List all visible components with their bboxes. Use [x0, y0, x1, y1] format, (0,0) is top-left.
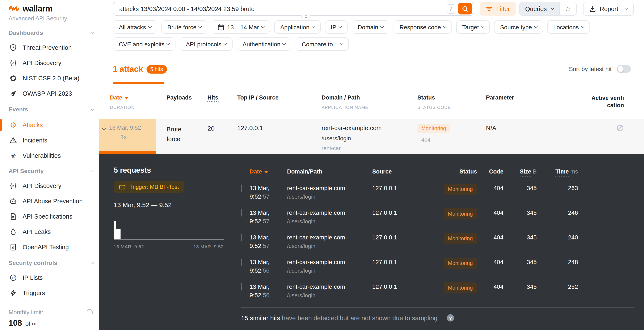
- column-subheader-status-code: STATUS CODE: [418, 105, 486, 110]
- chip-all-attacks[interactable]: All attacks: [113, 20, 157, 34]
- chip-locations[interactable]: Locations: [547, 20, 590, 34]
- attack-domain[interactable]: rent-car-example.com: [322, 125, 418, 131]
- logo[interactable]: wallarm: [8, 4, 52, 14]
- chip-target[interactable]: Target: [456, 20, 490, 34]
- chevron-expanded-icon: [102, 126, 106, 130]
- request-row[interactable]: 13 Mar,9:52:57 rent-car-example.com/user…: [241, 184, 634, 208]
- infinity-icon: ∞: [32, 320, 36, 327]
- sidebar-item-threat-prevention[interactable]: Threat Prevention: [0, 41, 99, 54]
- sidebar-item-api-abuse-prevention[interactable]: API Abuse Prevention: [0, 195, 99, 207]
- request-row[interactable]: 13 Mar,9:52:56 rent-car-example.com/user…: [241, 258, 634, 282]
- lightning-icon: [9, 289, 17, 297]
- trigger-chip[interactable]: Trigger: MB BF-Test: [114, 181, 184, 193]
- segmented-wheel-icon: [9, 74, 17, 82]
- sort-toggle[interactable]: [617, 65, 631, 73]
- attack-date-cell[interactable]: 13 Mar, 9:52 1s: [99, 119, 156, 154]
- sidebar-item-owasp-api[interactable]: OWASP API 2023: [0, 87, 99, 100]
- monthly-usage: 108 of ∞: [8, 319, 37, 328]
- sidebar-item-ip-lists[interactable]: IP IP Lists: [0, 271, 99, 284]
- chip-date-range[interactable]: 13 – 14 Mar: [212, 20, 270, 34]
- chip-api-protocols[interactable]: API protocols: [180, 37, 232, 51]
- queries-button[interactable]: Queries: [520, 2, 559, 15]
- attack-path: /users/login: [322, 135, 418, 142]
- download-icon: [590, 5, 596, 12]
- report-button[interactable]: Report: [583, 2, 634, 16]
- request-row[interactable]: 13 Mar,9:52:57 rent-car-example.com/user…: [241, 208, 634, 233]
- chevron-down-icon: [380, 25, 384, 28]
- wallarm-logo-icon: [8, 4, 20, 13]
- tab-attacks-results[interactable]: 1 attack 5 hits: [113, 65, 167, 74]
- search-icon: [462, 5, 468, 12]
- sidebar-item-nist-csf[interactable]: NIST CSF 2.0 (Beta): [0, 72, 99, 85]
- sidebar-item-vulnerabilities[interactable]: ☣ Vulnerabilities: [0, 149, 99, 162]
- sidebar-item-api-specifications[interactable]: API Specifications: [0, 210, 99, 223]
- chip-brute-force[interactable]: Brute force: [162, 20, 208, 34]
- chip-response-code[interactable]: Response code: [394, 20, 452, 34]
- column-header-payloads: Payloads: [156, 94, 208, 110]
- column-header-source: Source: [372, 168, 436, 175]
- sidebar-item-api-discovery[interactable]: API Discovery: [0, 57, 99, 69]
- attack-payload: Brute force: [156, 119, 195, 154]
- chevron-down-icon: [581, 25, 584, 28]
- sidebar-section-events[interactable]: Events: [8, 106, 94, 113]
- logo-text: wallarm: [22, 4, 52, 14]
- brand-subtitle: Advanced API Security: [8, 15, 67, 22]
- checklist-icon: [9, 243, 17, 251]
- requests-count-title: 5 requests: [114, 166, 151, 175]
- table-footer-divider: [241, 307, 634, 308]
- help-icon[interactable]: ?: [447, 314, 454, 322]
- chip-source-type[interactable]: Source type: [494, 20, 543, 34]
- sidebar-item-incidents[interactable]: Incidents: [0, 134, 99, 147]
- table-header-divider: [241, 178, 634, 178]
- biohazard-icon: ☣: [9, 152, 17, 160]
- attack-active-verification[interactable]: [616, 119, 624, 154]
- request-detail-panel: 5 requests Trigger: MB BF-Test 13 Mar, 9…: [99, 154, 644, 330]
- chevron-down-icon: [224, 42, 227, 45]
- sidebar-item-openapi-testing[interactable]: OpenAPI Testing: [0, 241, 99, 253]
- sidebar-section-dashboards[interactable]: Dashboards: [8, 29, 94, 36]
- chip-cve-exploits[interactable]: CVE and exploits: [113, 37, 176, 51]
- favorite-star-button[interactable]: ☆: [559, 2, 576, 15]
- sidebar-item-api-leaks[interactable]: API Leaks: [0, 225, 99, 238]
- request-row[interactable]: 13 Mar,9:52:56 rent-car-example.com/user…: [241, 282, 634, 307]
- chevron-down-icon: [338, 25, 342, 28]
- column-header-domain-path: Domain / Path APPLICATION NAME: [322, 94, 418, 110]
- column-header-size[interactable]: Size B: [504, 168, 537, 175]
- requests-time-range: 13 Mar, 9:52 — 9:52: [114, 201, 172, 208]
- braces-check-icon: [9, 59, 17, 67]
- sidebar-section-api-security[interactable]: API Security: [8, 167, 94, 174]
- column-header-status: Status: [436, 168, 477, 175]
- sidebar-section-security-controls[interactable]: Security controls: [8, 259, 94, 266]
- chevron-right-icon: [241, 234, 242, 241]
- main-content: / Filter Queries: [99, 0, 644, 330]
- filter-button[interactable]: Filter: [480, 2, 516, 16]
- column-header-parameter: Parameter: [486, 94, 582, 110]
- sidebar-item-api-discovery-2[interactable]: API Discovery: [0, 179, 99, 192]
- requests-table-body: 13 Mar,9:52:57 rent-car-example.com/user…: [241, 184, 634, 307]
- sparkline-bar: [116, 229, 120, 239]
- request-row[interactable]: 13 Mar,9:52:57 rent-car-example.com/user…: [241, 233, 634, 258]
- robot-icon: [9, 197, 17, 205]
- chip-compare-to[interactable]: Compare to...: [296, 37, 349, 51]
- column-subheader-application-name: APPLICATION NAME: [322, 105, 418, 110]
- status-badge: Monitoring: [418, 124, 450, 133]
- search-button[interactable]: [458, 3, 472, 14]
- attack-application: rent-car: [322, 145, 418, 151]
- column-header-date[interactable]: Date DURATION: [99, 94, 156, 110]
- search-input[interactable]: [113, 5, 447, 12]
- search-collapse-handle[interactable]: [301, 14, 310, 19]
- chip-ip[interactable]: IP: [325, 20, 347, 34]
- chip-domain[interactable]: Domain: [352, 20, 390, 34]
- sidebar-item-triggers[interactable]: Triggers: [0, 287, 99, 299]
- column-header-hits[interactable]: Hits: [208, 94, 237, 110]
- chip-application[interactable]: Application: [274, 20, 320, 34]
- slash-shortcut-key: /: [447, 4, 455, 13]
- chevron-right-icon: [241, 283, 242, 291]
- chip-authentication[interactable]: Authentication: [236, 37, 291, 51]
- attack-status-code: 404: [418, 137, 486, 143]
- sidebar-item-attacks[interactable]: Attacks: [0, 119, 99, 131]
- attack-row[interactable]: 13 Mar, 9:52 1s Brute force 20 127.0.0.1…: [99, 119, 644, 154]
- column-header-time[interactable]: Time ms: [537, 168, 578, 175]
- column-header-date[interactable]: Date: [250, 168, 287, 175]
- star-icon: ☆: [565, 5, 571, 13]
